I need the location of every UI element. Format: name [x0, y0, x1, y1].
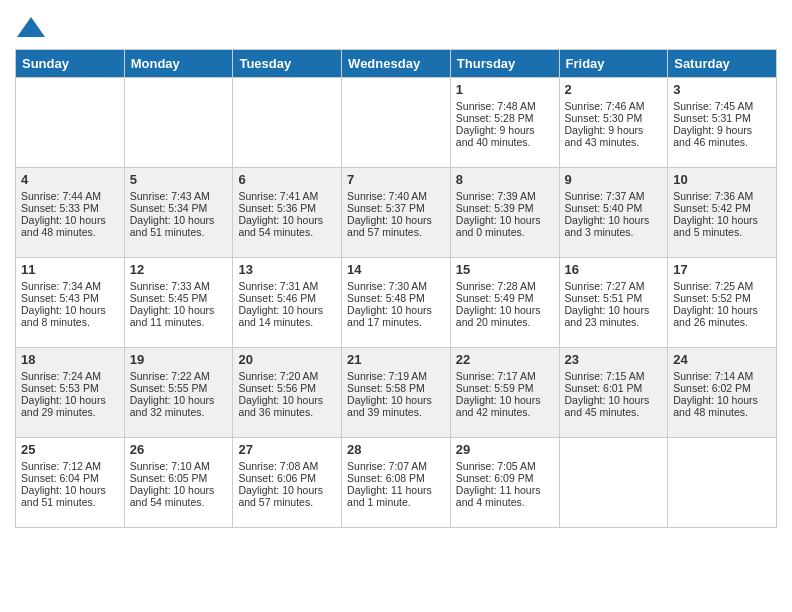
day-number: 27 [238, 442, 336, 457]
svg-marker-0 [17, 17, 45, 37]
calendar-cell: 25Sunrise: 7:12 AMSunset: 6:04 PMDayligh… [16, 438, 125, 528]
calendar-cell: 5Sunrise: 7:43 AMSunset: 5:34 PMDaylight… [124, 168, 233, 258]
day-number: 17 [673, 262, 771, 277]
calendar-week-row: 1Sunrise: 7:48 AMSunset: 5:28 PMDaylight… [16, 78, 777, 168]
day-number: 2 [565, 82, 663, 97]
calendar-cell: 2Sunrise: 7:46 AMSunset: 5:30 PMDaylight… [559, 78, 668, 168]
calendar-cell: 24Sunrise: 7:14 AMSunset: 6:02 PMDayligh… [668, 348, 777, 438]
calendar-cell: 7Sunrise: 7:40 AMSunset: 5:37 PMDaylight… [342, 168, 451, 258]
logo [15, 15, 51, 39]
day-info: Sunrise: 7:19 AMSunset: 5:58 PMDaylight:… [347, 370, 432, 418]
calendar-cell: 11Sunrise: 7:34 AMSunset: 5:43 PMDayligh… [16, 258, 125, 348]
calendar-cell: 10Sunrise: 7:36 AMSunset: 5:42 PMDayligh… [668, 168, 777, 258]
day-header-monday: Monday [124, 50, 233, 78]
day-number: 8 [456, 172, 554, 187]
calendar-cell [16, 78, 125, 168]
day-info: Sunrise: 7:37 AMSunset: 5:40 PMDaylight:… [565, 190, 650, 238]
day-info: Sunrise: 7:44 AMSunset: 5:33 PMDaylight:… [21, 190, 106, 238]
day-info: Sunrise: 7:41 AMSunset: 5:36 PMDaylight:… [238, 190, 323, 238]
day-number: 23 [565, 352, 663, 367]
day-info: Sunrise: 7:28 AMSunset: 5:49 PMDaylight:… [456, 280, 541, 328]
day-number: 24 [673, 352, 771, 367]
calendar-cell [559, 438, 668, 528]
calendar-cell: 12Sunrise: 7:33 AMSunset: 5:45 PMDayligh… [124, 258, 233, 348]
day-info: Sunrise: 7:46 AMSunset: 5:30 PMDaylight:… [565, 100, 645, 148]
day-number: 18 [21, 352, 119, 367]
calendar-cell [124, 78, 233, 168]
day-number: 29 [456, 442, 554, 457]
calendar-cell: 22Sunrise: 7:17 AMSunset: 5:59 PMDayligh… [450, 348, 559, 438]
day-info: Sunrise: 7:39 AMSunset: 5:39 PMDaylight:… [456, 190, 541, 238]
day-number: 14 [347, 262, 445, 277]
day-info: Sunrise: 7:10 AMSunset: 6:05 PMDaylight:… [130, 460, 215, 508]
calendar-cell: 29Sunrise: 7:05 AMSunset: 6:09 PMDayligh… [450, 438, 559, 528]
day-number: 3 [673, 82, 771, 97]
day-number: 1 [456, 82, 554, 97]
calendar-week-row: 25Sunrise: 7:12 AMSunset: 6:04 PMDayligh… [16, 438, 777, 528]
day-number: 7 [347, 172, 445, 187]
day-number: 28 [347, 442, 445, 457]
calendar-cell: 17Sunrise: 7:25 AMSunset: 5:52 PMDayligh… [668, 258, 777, 348]
calendar-cell: 19Sunrise: 7:22 AMSunset: 5:55 PMDayligh… [124, 348, 233, 438]
calendar-cell: 23Sunrise: 7:15 AMSunset: 6:01 PMDayligh… [559, 348, 668, 438]
day-number: 9 [565, 172, 663, 187]
day-number: 22 [456, 352, 554, 367]
day-header-saturday: Saturday [668, 50, 777, 78]
day-info: Sunrise: 7:22 AMSunset: 5:55 PMDaylight:… [130, 370, 215, 418]
day-info: Sunrise: 7:40 AMSunset: 5:37 PMDaylight:… [347, 190, 432, 238]
day-info: Sunrise: 7:12 AMSunset: 6:04 PMDaylight:… [21, 460, 106, 508]
day-info: Sunrise: 7:17 AMSunset: 5:59 PMDaylight:… [456, 370, 541, 418]
calendar-cell: 20Sunrise: 7:20 AMSunset: 5:56 PMDayligh… [233, 348, 342, 438]
day-header-thursday: Thursday [450, 50, 559, 78]
page-header [15, 15, 777, 39]
calendar-week-row: 11Sunrise: 7:34 AMSunset: 5:43 PMDayligh… [16, 258, 777, 348]
calendar-cell [233, 78, 342, 168]
calendar-cell: 3Sunrise: 7:45 AMSunset: 5:31 PMDaylight… [668, 78, 777, 168]
day-info: Sunrise: 7:43 AMSunset: 5:34 PMDaylight:… [130, 190, 215, 238]
day-info: Sunrise: 7:20 AMSunset: 5:56 PMDaylight:… [238, 370, 323, 418]
day-number: 20 [238, 352, 336, 367]
day-info: Sunrise: 7:36 AMSunset: 5:42 PMDaylight:… [673, 190, 758, 238]
calendar-cell: 8Sunrise: 7:39 AMSunset: 5:39 PMDaylight… [450, 168, 559, 258]
calendar-cell: 18Sunrise: 7:24 AMSunset: 5:53 PMDayligh… [16, 348, 125, 438]
calendar-cell: 4Sunrise: 7:44 AMSunset: 5:33 PMDaylight… [16, 168, 125, 258]
day-info: Sunrise: 7:31 AMSunset: 5:46 PMDaylight:… [238, 280, 323, 328]
calendar-cell [668, 438, 777, 528]
day-number: 13 [238, 262, 336, 277]
calendar-cell: 21Sunrise: 7:19 AMSunset: 5:58 PMDayligh… [342, 348, 451, 438]
calendar-cell: 28Sunrise: 7:07 AMSunset: 6:08 PMDayligh… [342, 438, 451, 528]
day-info: Sunrise: 7:15 AMSunset: 6:01 PMDaylight:… [565, 370, 650, 418]
calendar-cell: 9Sunrise: 7:37 AMSunset: 5:40 PMDaylight… [559, 168, 668, 258]
day-number: 25 [21, 442, 119, 457]
day-number: 19 [130, 352, 228, 367]
day-info: Sunrise: 7:30 AMSunset: 5:48 PMDaylight:… [347, 280, 432, 328]
day-header-tuesday: Tuesday [233, 50, 342, 78]
day-header-sunday: Sunday [16, 50, 125, 78]
day-info: Sunrise: 7:24 AMSunset: 5:53 PMDaylight:… [21, 370, 106, 418]
calendar-cell: 15Sunrise: 7:28 AMSunset: 5:49 PMDayligh… [450, 258, 559, 348]
calendar-cell: 26Sunrise: 7:10 AMSunset: 6:05 PMDayligh… [124, 438, 233, 528]
calendar-header-row: SundayMondayTuesdayWednesdayThursdayFrid… [16, 50, 777, 78]
day-number: 10 [673, 172, 771, 187]
day-info: Sunrise: 7:14 AMSunset: 6:02 PMDaylight:… [673, 370, 758, 418]
calendar-cell: 13Sunrise: 7:31 AMSunset: 5:46 PMDayligh… [233, 258, 342, 348]
day-number: 11 [21, 262, 119, 277]
day-number: 26 [130, 442, 228, 457]
day-info: Sunrise: 7:34 AMSunset: 5:43 PMDaylight:… [21, 280, 106, 328]
day-number: 16 [565, 262, 663, 277]
day-info: Sunrise: 7:45 AMSunset: 5:31 PMDaylight:… [673, 100, 753, 148]
day-info: Sunrise: 7:48 AMSunset: 5:28 PMDaylight:… [456, 100, 536, 148]
day-info: Sunrise: 7:05 AMSunset: 6:09 PMDaylight:… [456, 460, 541, 508]
day-header-friday: Friday [559, 50, 668, 78]
day-number: 15 [456, 262, 554, 277]
day-info: Sunrise: 7:27 AMSunset: 5:51 PMDaylight:… [565, 280, 650, 328]
day-number: 12 [130, 262, 228, 277]
calendar-cell: 14Sunrise: 7:30 AMSunset: 5:48 PMDayligh… [342, 258, 451, 348]
calendar-cell: 27Sunrise: 7:08 AMSunset: 6:06 PMDayligh… [233, 438, 342, 528]
day-info: Sunrise: 7:08 AMSunset: 6:06 PMDaylight:… [238, 460, 323, 508]
calendar-cell: 16Sunrise: 7:27 AMSunset: 5:51 PMDayligh… [559, 258, 668, 348]
day-number: 21 [347, 352, 445, 367]
day-number: 5 [130, 172, 228, 187]
calendar-week-row: 18Sunrise: 7:24 AMSunset: 5:53 PMDayligh… [16, 348, 777, 438]
calendar-cell: 6Sunrise: 7:41 AMSunset: 5:36 PMDaylight… [233, 168, 342, 258]
